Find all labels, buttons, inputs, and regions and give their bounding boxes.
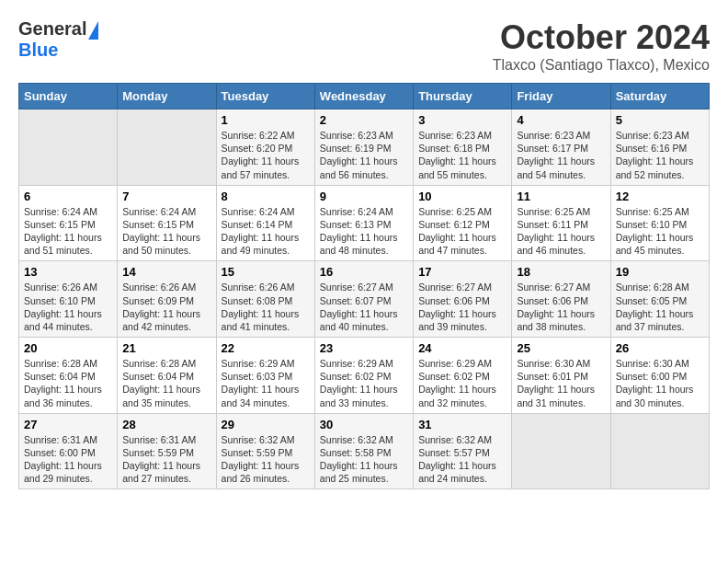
day-info: Sunrise: 6:26 AMSunset: 6:10 PMDaylight:…	[24, 281, 112, 333]
day-of-week-header: Saturday	[610, 84, 709, 109]
day-number: 19	[616, 265, 704, 279]
day-number: 1	[222, 113, 310, 127]
day-number: 3	[418, 113, 506, 127]
calendar-cell: 4Sunrise: 6:23 AMSunset: 6:17 PMDaylight…	[512, 109, 610, 186]
day-of-week-header: Thursday	[414, 84, 512, 109]
calendar-week-row: 1Sunrise: 6:22 AMSunset: 6:20 PMDaylight…	[19, 109, 710, 186]
calendar-cell: 24Sunrise: 6:29 AMSunset: 6:02 PMDayligh…	[414, 338, 512, 414]
day-info: Sunrise: 6:24 AMSunset: 6:13 PMDaylight:…	[320, 205, 408, 258]
calendar-cell: 23Sunrise: 6:29 AMSunset: 6:02 PMDayligh…	[314, 338, 413, 414]
day-number: 28	[122, 418, 210, 431]
day-info: Sunrise: 6:32 AMSunset: 5:58 PMDaylight:…	[320, 433, 408, 486]
day-info: Sunrise: 6:31 AMSunset: 5:59 PMDaylight:…	[122, 433, 210, 486]
calendar-cell: 26Sunrise: 6:30 AMSunset: 6:00 PMDayligh…	[610, 338, 709, 414]
day-info: Sunrise: 6:32 AMSunset: 5:57 PMDaylight:…	[418, 433, 506, 486]
day-info: Sunrise: 6:22 AMSunset: 6:20 PMDaylight:…	[222, 129, 310, 181]
day-number: 22	[222, 341, 310, 355]
day-info: Sunrise: 6:29 AMSunset: 6:02 PMDaylight:…	[418, 357, 506, 409]
logo-blue-text: Blue	[18, 40, 58, 60]
calendar-cell: 11Sunrise: 6:25 AMSunset: 6:11 PMDayligh…	[512, 185, 610, 261]
day-number: 16	[320, 265, 408, 279]
day-number: 12	[616, 190, 704, 203]
day-info: Sunrise: 6:24 AMSunset: 6:14 PMDaylight:…	[222, 205, 310, 258]
day-info: Sunrise: 6:26 AMSunset: 6:08 PMDaylight:…	[222, 281, 310, 333]
day-number: 8	[222, 190, 310, 203]
calendar-cell: 8Sunrise: 6:24 AMSunset: 6:14 PMDaylight…	[216, 185, 314, 261]
calendar-cell: 17Sunrise: 6:27 AMSunset: 6:06 PMDayligh…	[414, 261, 512, 338]
calendar-body: 1Sunrise: 6:22 AMSunset: 6:20 PMDaylight…	[19, 109, 710, 489]
day-info: Sunrise: 6:23 AMSunset: 6:18 PMDaylight:…	[418, 129, 506, 181]
calendar-cell: 12Sunrise: 6:25 AMSunset: 6:10 PMDayligh…	[610, 185, 709, 261]
day-info: Sunrise: 6:25 AMSunset: 6:12 PMDaylight:…	[418, 205, 506, 258]
day-number: 20	[24, 341, 112, 355]
calendar-cell: 22Sunrise: 6:29 AMSunset: 6:03 PMDayligh…	[216, 338, 314, 414]
calendar-week-row: 20Sunrise: 6:28 AMSunset: 6:04 PMDayligh…	[19, 338, 710, 414]
calendar-cell: 5Sunrise: 6:23 AMSunset: 6:16 PMDaylight…	[610, 109, 709, 186]
logo-triangle-icon	[88, 21, 98, 40]
day-info: Sunrise: 6:28 AMSunset: 6:04 PMDaylight:…	[122, 357, 210, 409]
calendar-cell: 20Sunrise: 6:28 AMSunset: 6:04 PMDayligh…	[19, 338, 118, 414]
day-number: 21	[122, 341, 210, 355]
day-info: Sunrise: 6:28 AMSunset: 6:04 PMDaylight:…	[24, 357, 112, 409]
calendar-cell: 28Sunrise: 6:31 AMSunset: 5:59 PMDayligh…	[118, 413, 216, 489]
day-info: Sunrise: 6:30 AMSunset: 6:01 PMDaylight:…	[517, 357, 605, 409]
day-of-week-header: Tuesday	[216, 84, 314, 109]
day-number: 25	[517, 341, 605, 355]
day-number: 17	[418, 265, 506, 279]
day-number: 5	[616, 113, 704, 127]
day-info: Sunrise: 6:27 AMSunset: 6:06 PMDaylight:…	[418, 281, 506, 333]
calendar-week-row: 27Sunrise: 6:31 AMSunset: 6:00 PMDayligh…	[19, 413, 710, 489]
calendar-cell: 7Sunrise: 6:24 AMSunset: 6:15 PMDaylight…	[118, 185, 216, 261]
day-number: 6	[24, 190, 112, 203]
day-info: Sunrise: 6:24 AMSunset: 6:15 PMDaylight:…	[122, 205, 210, 258]
title-block: October 2024 Tlaxco (Santiago Tlaxco), M…	[493, 18, 710, 74]
logo: General Blue	[18, 18, 98, 61]
day-number: 30	[320, 418, 408, 431]
day-info: Sunrise: 6:23 AMSunset: 6:16 PMDaylight:…	[616, 129, 704, 181]
location-subtitle: Tlaxco (Santiago Tlaxco), Mexico	[493, 57, 710, 74]
day-number: 13	[24, 265, 112, 279]
day-number: 26	[616, 341, 704, 355]
day-info: Sunrise: 6:28 AMSunset: 6:05 PMDaylight:…	[616, 281, 704, 333]
day-number: 10	[418, 190, 506, 203]
day-info: Sunrise: 6:23 AMSunset: 6:19 PMDaylight:…	[320, 129, 408, 181]
calendar-cell	[512, 413, 610, 489]
day-number: 14	[122, 265, 210, 279]
page-header: General Blue October 2024 Tlaxco (Santia…	[18, 18, 710, 74]
day-number: 18	[517, 265, 605, 279]
day-number: 4	[517, 113, 605, 127]
calendar-cell: 6Sunrise: 6:24 AMSunset: 6:15 PMDaylight…	[19, 185, 118, 261]
calendar-header-row: SundayMondayTuesdayWednesdayThursdayFrid…	[19, 84, 710, 109]
day-info: Sunrise: 6:29 AMSunset: 6:02 PMDaylight:…	[320, 357, 408, 409]
day-number: 27	[24, 418, 112, 431]
calendar-cell	[19, 109, 118, 186]
calendar-cell: 19Sunrise: 6:28 AMSunset: 6:05 PMDayligh…	[610, 261, 709, 338]
calendar-cell: 18Sunrise: 6:27 AMSunset: 6:06 PMDayligh…	[512, 261, 610, 338]
calendar-cell: 10Sunrise: 6:25 AMSunset: 6:12 PMDayligh…	[414, 185, 512, 261]
day-number: 31	[418, 418, 506, 431]
day-info: Sunrise: 6:24 AMSunset: 6:15 PMDaylight:…	[24, 205, 112, 258]
calendar-cell: 31Sunrise: 6:32 AMSunset: 5:57 PMDayligh…	[414, 413, 512, 489]
calendar-cell: 13Sunrise: 6:26 AMSunset: 6:10 PMDayligh…	[19, 261, 118, 338]
day-info: Sunrise: 6:25 AMSunset: 6:10 PMDaylight:…	[616, 205, 704, 258]
calendar-cell	[118, 109, 216, 186]
day-info: Sunrise: 6:30 AMSunset: 6:00 PMDaylight:…	[616, 357, 704, 409]
day-of-week-header: Wednesday	[314, 84, 413, 109]
month-title: October 2024	[493, 18, 710, 57]
calendar-table: SundayMondayTuesdayWednesdayThursdayFrid…	[18, 83, 710, 489]
day-of-week-header: Sunday	[19, 84, 118, 109]
day-number: 2	[320, 113, 408, 127]
day-info: Sunrise: 6:26 AMSunset: 6:09 PMDaylight:…	[122, 281, 210, 333]
calendar-cell: 21Sunrise: 6:28 AMSunset: 6:04 PMDayligh…	[118, 338, 216, 414]
day-info: Sunrise: 6:31 AMSunset: 6:00 PMDaylight:…	[24, 433, 112, 486]
calendar-cell: 30Sunrise: 6:32 AMSunset: 5:58 PMDayligh…	[314, 413, 413, 489]
calendar-cell: 29Sunrise: 6:32 AMSunset: 5:59 PMDayligh…	[216, 413, 314, 489]
day-of-week-header: Monday	[118, 84, 216, 109]
day-of-week-header: Friday	[512, 84, 610, 109]
logo-general-text: General	[18, 18, 86, 40]
day-info: Sunrise: 6:27 AMSunset: 6:06 PMDaylight:…	[517, 281, 605, 333]
day-number: 11	[517, 190, 605, 203]
calendar-cell: 25Sunrise: 6:30 AMSunset: 6:01 PMDayligh…	[512, 338, 610, 414]
day-number: 29	[222, 418, 310, 431]
day-info: Sunrise: 6:32 AMSunset: 5:59 PMDaylight:…	[222, 433, 310, 486]
